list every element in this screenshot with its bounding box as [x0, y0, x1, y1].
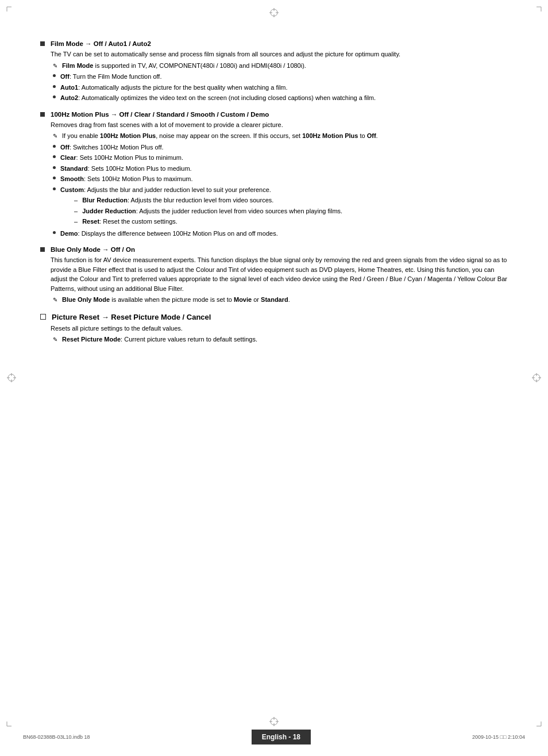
- picture-reset-note-text: Reset Picture Mode: Current picture valu…: [62, 335, 257, 344]
- picture-reset-note: ✎ Reset Picture Mode: Current picture va…: [51, 335, 508, 344]
- picture-reset-section: Picture Reset → Reset Picture Mode / Can…: [40, 313, 508, 344]
- sub-list-item-text: Reset: Reset the custom settings.: [82, 217, 177, 227]
- custom-sub-list: – Blur Reduction: Adjusts the blur reduc…: [72, 195, 342, 227]
- list-item: Off: Turn the Film Mode function off.: [51, 72, 508, 82]
- bullet-dot: [53, 176, 56, 179]
- sub-list-item: – Reset: Reset the custom settings.: [72, 217, 342, 227]
- bullet-dot: [53, 231, 56, 234]
- blue-only-section: Blue Only Mode → Off / On This function …: [40, 246, 508, 305]
- blue-only-body: This function is for AV device measureme…: [40, 255, 508, 305]
- blue-only-bullet: [40, 247, 45, 252]
- corner-mark-top-left: [6, 6, 17, 17]
- blue-only-header: Blue Only Mode → Off / On: [40, 246, 508, 253]
- sub-list-item-text: Blur Reduction: Adjusts the blur reducti…: [82, 195, 273, 205]
- sub-list-item-text: Judder Reduction: Adjusts the judder red…: [82, 206, 342, 216]
- page: Film Mode → Off / Auto1 / Auto2 The TV c…: [0, 0, 548, 756]
- list-item-text: Demo: Displays the difference between 10…: [60, 229, 278, 239]
- motion-plus-note-text: If you enable 100Hz Motion Plus, noise m…: [62, 131, 378, 141]
- film-mode-note-text: Film Mode is supported in TV, AV, COMPON…: [62, 61, 306, 71]
- list-item-text: Off: Switches 100Hz Motion Plus off.: [60, 143, 164, 152]
- corner-mark-bottom-left: [6, 716, 17, 727]
- dash: –: [74, 206, 78, 216]
- list-item: Custom: Adjusts the blur and judder redu…: [51, 185, 508, 228]
- motion-plus-intro: Removes drag from fast scenes with a lot…: [51, 120, 508, 130]
- left-crosshair: [6, 372, 17, 385]
- sub-list-item: – Judder Reduction: Adjusts the judder r…: [72, 206, 342, 216]
- list-item: Standard: Sets 100Hz Motion Plus to medi…: [51, 164, 508, 174]
- list-item-text: Custom: Adjusts the blur and judder redu…: [60, 186, 271, 193]
- blue-only-title: Blue Only Mode → Off / On: [51, 246, 135, 253]
- picture-reset-bullet: [40, 314, 46, 320]
- bottom-center-crosshair: [268, 716, 280, 728]
- note-icon: ✎: [53, 296, 57, 304]
- film-mode-header: Film Mode → Off / Auto1 / Auto2: [40, 40, 508, 47]
- bullet-dot: [53, 74, 56, 77]
- list-item: Auto2: Automatically optimizes the video…: [51, 93, 508, 103]
- film-mode-body: The TV can be set to automatically sense…: [40, 49, 508, 103]
- motion-plus-bullet: [40, 112, 45, 117]
- blue-only-note: ✎ Blue Only Mode is available when the p…: [51, 295, 508, 305]
- film-mode-section: Film Mode → Off / Auto1 / Auto2 The TV c…: [40, 40, 508, 103]
- bullet-dot: [53, 85, 56, 88]
- motion-plus-header: 100Hz Motion Plus → Off / Clear / Standa…: [40, 111, 508, 118]
- film-mode-list: Off: Turn the Film Mode function off. Au…: [51, 72, 508, 103]
- footer-left: BN68-02388B-03L10.indb 18: [23, 734, 90, 740]
- motion-plus-body: Removes drag from fast scenes with a lot…: [40, 120, 508, 239]
- note-icon: ✎: [53, 62, 57, 70]
- top-center-crosshair: [268, 7, 280, 20]
- motion-plus-note: ✎ If you enable 100Hz Motion Plus, noise…: [51, 131, 508, 141]
- note-icon: ✎: [53, 335, 57, 344]
- motion-plus-list: Off: Switches 100Hz Motion Plus off. Cle…: [51, 143, 508, 239]
- custom-item: Custom: Adjusts the blur and judder redu…: [60, 185, 342, 228]
- motion-plus-title: 100Hz Motion Plus → Off / Clear / Standa…: [51, 111, 269, 118]
- list-item: Clear: Sets 100Hz Motion Plus to minimum…: [51, 153, 508, 163]
- blue-only-note-text: Blue Only Mode is available when the pic…: [62, 295, 290, 305]
- list-item: Demo: Displays the difference between 10…: [51, 229, 508, 239]
- corner-mark-top-right: [531, 6, 542, 17]
- blue-only-intro: This function is for AV device measureme…: [51, 255, 508, 293]
- bullet-dot: [53, 166, 56, 169]
- list-item-text: Auto1: Automatically adjusts the picture…: [60, 83, 288, 93]
- picture-reset-intro: Resets all picture settings to the defau…: [51, 324, 508, 333]
- bullet-dot: [53, 155, 56, 158]
- footer: BN68-02388B-03L10.indb 18 English - 18 2…: [0, 730, 548, 745]
- bullet-dot: [53, 95, 56, 98]
- list-item-text: Standard: Sets 100Hz Motion Plus to medi…: [60, 164, 192, 174]
- film-mode-title: Film Mode → Off / Auto1 / Auto2: [51, 40, 151, 47]
- list-item: Smooth: Sets 100Hz Motion Plus to maximu…: [51, 174, 508, 184]
- film-mode-bullet: [40, 41, 45, 46]
- bullet-dot: [53, 145, 56, 148]
- right-crosshair: [531, 372, 542, 385]
- dash: –: [74, 195, 78, 205]
- picture-reset-title: Picture Reset → Reset Picture Mode / Can…: [52, 313, 211, 321]
- content: Film Mode → Off / Auto1 / Auto2 The TV c…: [40, 34, 508, 344]
- picture-reset-header: Picture Reset → Reset Picture Mode / Can…: [40, 313, 508, 321]
- picture-reset-body: Resets all picture settings to the defau…: [40, 324, 508, 344]
- list-item-text: Smooth: Sets 100Hz Motion Plus to maximu…: [60, 174, 192, 184]
- film-mode-intro: The TV can be set to automatically sense…: [51, 49, 508, 59]
- bullet-dot: [53, 187, 56, 190]
- sub-list-item: – Blur Reduction: Adjusts the blur reduc…: [72, 195, 342, 205]
- list-item-text: Off: Turn the Film Mode function off.: [60, 72, 162, 82]
- footer-center: English - 18: [252, 730, 311, 745]
- footer-right: 2009-10-15 □□ 2:10:04: [472, 734, 525, 740]
- list-item-text: Clear: Sets 100Hz Motion Plus to minimum…: [60, 153, 183, 163]
- note-icon: ✎: [53, 132, 57, 140]
- list-item-text: Auto2: Automatically optimizes the video…: [60, 93, 376, 103]
- dash: –: [74, 217, 78, 227]
- list-item: Off: Switches 100Hz Motion Plus off.: [51, 143, 508, 152]
- motion-plus-section: 100Hz Motion Plus → Off / Clear / Standa…: [40, 111, 508, 239]
- corner-mark-bottom-right: [531, 716, 542, 727]
- list-item: Auto1: Automatically adjusts the picture…: [51, 83, 508, 93]
- film-mode-note: ✎ Film Mode is supported in TV, AV, COMP…: [51, 61, 508, 71]
